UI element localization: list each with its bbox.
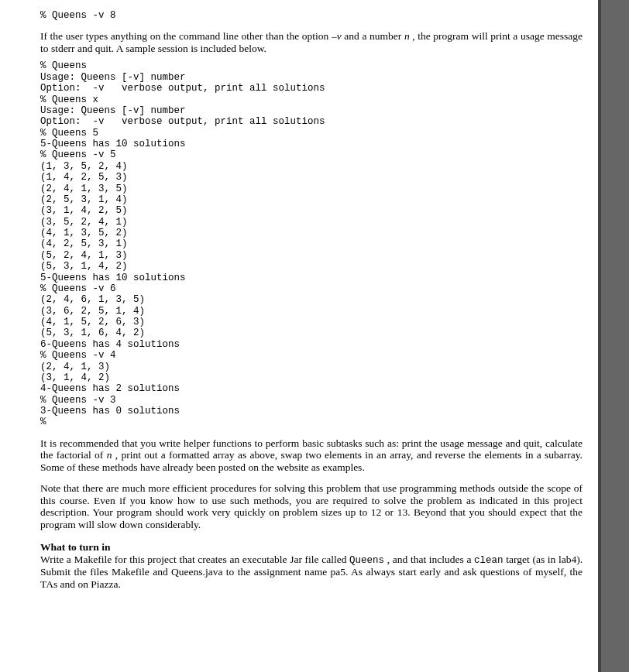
- para3-text: Note that there are much more efficient …: [40, 482, 583, 530]
- para1-flag: –v: [332, 30, 342, 42]
- para4-text1: Write a Makefile for this project that c…: [40, 554, 349, 565]
- code-queens: Queens: [349, 555, 384, 566]
- paragraph-efficiency: Note that there are much more efficient …: [40, 482, 583, 530]
- para1-text2: and a number: [344, 30, 404, 42]
- paragraph-turn-in: Write a Makefile for this project that c…: [40, 554, 583, 590]
- para1-text1: If the user types anything on the comman…: [40, 30, 332, 42]
- code-block-session: % Queens Usage: Queens [-v] number Optio…: [40, 60, 583, 427]
- code-clean: clean: [474, 555, 504, 566]
- para4-text2: , and that includes a: [387, 554, 474, 565]
- para2-text2: , print out a formatted array as above, …: [40, 449, 583, 473]
- para1-n: n: [404, 30, 410, 42]
- para2-n: n: [107, 449, 112, 461]
- paragraph-usage-intro: If the user types anything on the comman…: [40, 30, 583, 54]
- paragraph-helper: It is recommended that you write helper …: [40, 437, 583, 474]
- code-block-intro: % Queens -v 8: [40, 10, 583, 21]
- heading-what-to-turn-in: What to turn in: [40, 541, 583, 554]
